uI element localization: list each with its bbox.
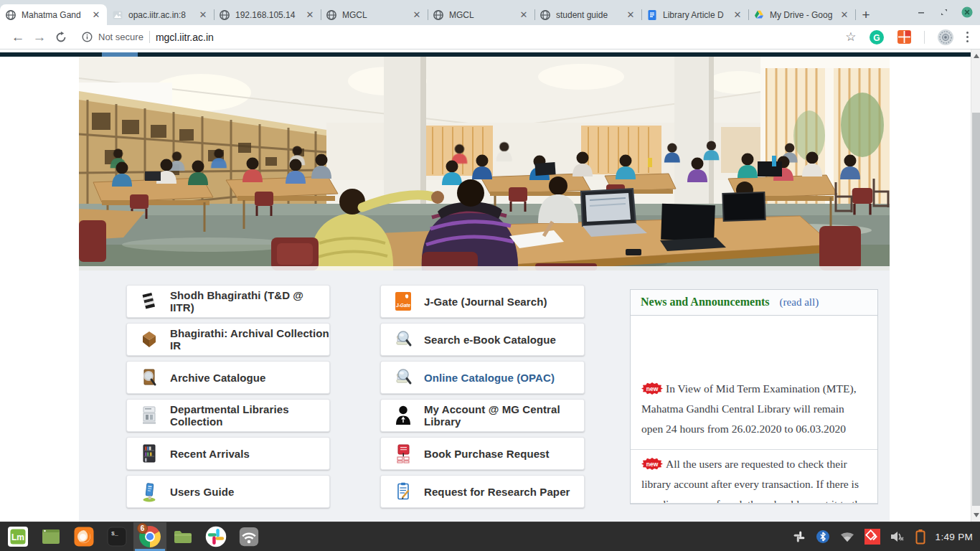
reload-icon xyxy=(55,32,67,43)
tab-title: MGCL xyxy=(342,10,411,20)
page-viewport: Shodh Bhagirathi (T&D @ IITR) Bhagirathi… xyxy=(0,50,971,522)
slack-launcher[interactable] xyxy=(199,522,232,551)
tab-my-drive[interactable]: My Drive - Goog ✕ xyxy=(748,4,855,25)
tab-mgcl-1[interactable]: MGCL ✕ xyxy=(321,4,428,25)
volume-muted-icon[interactable] xyxy=(890,529,905,544)
omnibox-divider xyxy=(149,31,150,43)
link-jgate[interactable]: J-Gate J-Gate (Journal Search) xyxy=(380,285,585,318)
window-icon xyxy=(40,526,62,547)
browser-tab-strip: Mahatma Gand ✕ opac.iitr.ac.in:8 ✕ 192.1… xyxy=(0,0,980,25)
browser-toolbar: ← → Not secure mgcl.iitr.ac.in ☆ G xyxy=(0,25,980,50)
scrollbar-thumb[interactable] xyxy=(972,113,980,506)
guide-kiosk-icon xyxy=(140,480,159,503)
tab-close-icon[interactable]: ✕ xyxy=(304,9,316,21)
tab-opac[interactable]: opac.iitr.ac.in:8 ✕ xyxy=(107,4,214,25)
news-item[interactable]: newAll the users are requested to check … xyxy=(631,450,877,504)
tab-student-guide[interactable]: student guide ✕ xyxy=(534,4,641,25)
tab-title: My Drive - Goog xyxy=(770,10,839,20)
archive-search-icon xyxy=(140,366,159,389)
mint-menu-button[interactable]: Lm xyxy=(1,522,34,551)
file-manager-launcher[interactable] xyxy=(166,522,199,551)
link-departmental-libraries[interactable]: Departmental Libraries Collection xyxy=(126,399,330,432)
tab-close-icon[interactable]: ✕ xyxy=(732,9,743,21)
link-my-account[interactable]: My Account @ MG Central Library xyxy=(380,399,585,432)
globe-icon xyxy=(326,9,337,21)
terminal-launcher[interactable]: $_ xyxy=(100,522,133,551)
tab-title: MGCL xyxy=(449,10,518,20)
tab-mgcl-2[interactable]: MGCL ✕ xyxy=(428,4,534,25)
site-content: Shodh Bhagirathi (T&D @ IITR) Bhagirathi… xyxy=(79,57,890,522)
mint-logo-icon: Lm xyxy=(7,526,29,547)
window-controls xyxy=(915,0,973,24)
wifi-app-icon xyxy=(238,526,260,547)
link-label: J-Gate (Journal Search) xyxy=(424,296,547,308)
link-label: Departmental Libraries Collection xyxy=(170,403,329,428)
anydesk-tray-icon[interactable] xyxy=(864,529,880,545)
tab-close-icon[interactable]: ✕ xyxy=(625,9,636,21)
scroll-down-arrow[interactable] xyxy=(974,513,979,517)
table-capture-extension-icon[interactable] xyxy=(897,29,912,44)
show-desktop-button[interactable] xyxy=(34,522,67,551)
google-drive-icon xyxy=(753,9,765,21)
grammarly-extension-icon[interactable]: G xyxy=(869,29,885,45)
link-label: Shodh Bhagirathi (T&D @ IITR) xyxy=(170,289,329,314)
thesis-stack-icon xyxy=(140,290,159,313)
book-search-icon xyxy=(394,328,413,351)
firefox-icon xyxy=(73,526,95,547)
bluetooth-icon[interactable] xyxy=(816,529,830,544)
news-title: News and Announcements xyxy=(641,296,770,309)
slack-icon xyxy=(205,526,227,547)
address-bar[interactable]: Not secure mgcl.iitr.ac.in xyxy=(82,31,845,43)
tab-library-article[interactable]: Library Article D ✕ xyxy=(641,4,748,25)
profile-avatar[interactable] xyxy=(937,29,954,46)
back-button[interactable]: ← xyxy=(7,27,29,47)
reload-button[interactable] xyxy=(50,27,72,47)
news-item[interactable]: newIn View of Mid Term Examination (MTE)… xyxy=(631,316,877,450)
tab-mahatma-gandhi[interactable]: Mahatma Gand ✕ xyxy=(0,4,107,25)
news-read-all-link[interactable]: (read all) xyxy=(780,296,819,309)
firefox-launcher[interactable] xyxy=(67,522,100,551)
tab-close-icon[interactable]: ✕ xyxy=(518,9,529,21)
link-bhagirathi-archival[interactable]: Bhagirathi: Archival Collection IR xyxy=(126,323,330,356)
link-opac[interactable]: Online Catalogue (OPAC) xyxy=(380,361,585,394)
slack-tray-icon[interactable] xyxy=(792,529,806,544)
tab-title: student guide xyxy=(556,10,625,20)
link-book-purchase[interactable]: Book Purchase Request xyxy=(380,437,585,470)
svg-text:G: G xyxy=(873,32,880,42)
chrome-taskbar-button[interactable]: 6 xyxy=(133,522,166,551)
link-label: Book Purchase Request xyxy=(424,448,550,460)
user-account-icon xyxy=(394,404,413,427)
tab-ip-address[interactable]: 192.168.105.14 ✕ xyxy=(214,4,321,25)
link-archive-catalogue[interactable]: Archive Catalogue xyxy=(126,361,330,394)
link-users-guide[interactable]: Users Guide xyxy=(126,475,330,508)
tab-close-icon[interactable]: ✕ xyxy=(411,9,423,21)
tab-close-icon[interactable]: ✕ xyxy=(839,9,850,21)
chrome-notification-badge: 6 xyxy=(137,523,148,534)
url-text: mgcl.iitr.ac.in xyxy=(156,32,214,43)
tab-close-icon[interactable]: ✕ xyxy=(197,9,209,21)
close-button[interactable] xyxy=(961,6,973,18)
globe-icon xyxy=(540,9,551,21)
scroll-up-arrow[interactable] xyxy=(974,54,979,58)
battery-icon[interactable] xyxy=(915,529,926,545)
tab-title: Mahatma Gand xyxy=(22,10,90,20)
bookshelf-icon xyxy=(140,442,159,465)
archive-parcel-icon xyxy=(140,328,159,351)
link-recent-arrivals[interactable]: Recent Arrivals xyxy=(126,437,330,470)
network-wifi-icon[interactable] xyxy=(839,529,855,544)
page-scrollbar[interactable] xyxy=(971,50,980,522)
link-ebook-catalogue[interactable]: Search e-Book Catalogue xyxy=(380,323,585,356)
forward-button[interactable]: → xyxy=(29,27,50,47)
svg-text:Lm: Lm xyxy=(11,532,24,542)
bookmark-star-icon[interactable]: ☆ xyxy=(845,29,856,44)
book-search-icon xyxy=(394,366,413,389)
restore-button[interactable] xyxy=(938,6,950,18)
minimize-button[interactable] xyxy=(915,6,927,18)
browser-menu-icon[interactable] xyxy=(966,32,969,43)
link-shodh-bhagirathi[interactable]: Shodh Bhagirathi (T&D @ IITR) xyxy=(126,285,330,318)
link-label: Users Guide xyxy=(170,486,234,498)
new-tab-button[interactable]: + xyxy=(855,4,877,25)
link-research-paper[interactable]: Request for Research Paper xyxy=(380,475,585,508)
network-tool-launcher[interactable] xyxy=(232,522,265,551)
tab-close-icon[interactable]: ✕ xyxy=(90,9,102,21)
